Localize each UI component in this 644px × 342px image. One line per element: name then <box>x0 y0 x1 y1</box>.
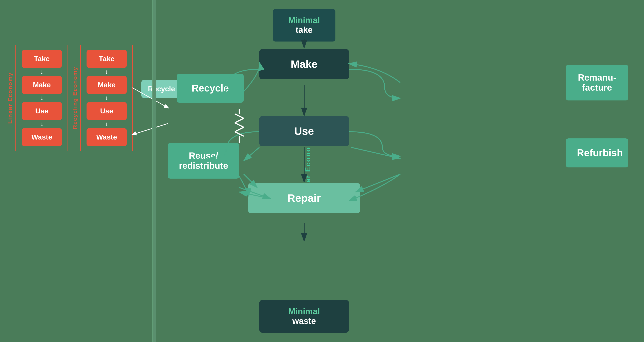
main-container: Linear Economy Take ↓ Make ↓ Use ↓ Waste… <box>0 0 644 342</box>
linear-waste-box: Waste <box>22 128 62 146</box>
svg-line-18 <box>244 147 260 161</box>
recycling-economy-border: Take ↓ Make ↓ Use ↓ Waste Recycle <box>80 45 133 151</box>
recycling-arrow-2: ↓ <box>105 95 108 101</box>
recycling-economy-section: Recycling Economy Take ↓ Make ↓ Use ↓ Wa… <box>72 45 133 151</box>
minimal-waste-box: Minimal waste <box>260 300 349 333</box>
reuse-line2: redistribute <box>177 161 230 171</box>
recycling-waste-box: Waste <box>86 128 127 146</box>
linear-take-box: Take <box>22 50 62 68</box>
svg-line-20 <box>351 147 400 159</box>
linear-arrow-2: ↓ <box>40 95 44 101</box>
recycle-box-circular: Recycle <box>177 74 244 103</box>
recycling-arrow-1: ↓ <box>105 69 108 75</box>
repair-box: Repair <box>248 183 360 213</box>
reuse-redistribute-box: Reuse/ redistribute <box>168 143 239 178</box>
make-box: Make <box>260 49 349 79</box>
minimal-waste-line2: waste <box>292 316 316 326</box>
circular-economy-section: Minimal take Make Use Repair Recycle Reu… <box>163 4 633 337</box>
use-box: Use <box>260 116 349 146</box>
linear-economy-label: Linear Economy <box>7 72 14 124</box>
remanufacture-line1: Remanu- <box>575 73 620 83</box>
linear-economy-section: Linear Economy Take ↓ Make ↓ Use ↓ Waste <box>7 45 68 151</box>
recycling-arrow-3: ↓ <box>105 121 108 127</box>
linear-economy-border: Take ↓ Make ↓ Use ↓ Waste <box>16 45 68 151</box>
svg-line-15 <box>235 127 244 132</box>
svg-line-14 <box>235 123 244 127</box>
svg-line-21 <box>356 174 400 192</box>
svg-line-1 <box>132 124 168 135</box>
svg-line-12 <box>235 114 244 118</box>
linear-make-box: Make <box>22 76 62 94</box>
svg-line-16 <box>235 132 244 136</box>
linear-use-box: Use <box>22 102 62 120</box>
recycling-use-box: Use <box>86 102 127 120</box>
recycling-economy-label: Recycling Economy <box>72 66 78 129</box>
minimal-waste-line1: Minimal <box>270 307 338 316</box>
svg-line-13 <box>235 118 244 123</box>
refurbish-box: Refurbish <box>566 138 628 168</box>
minimal-take-line1: Minimal <box>284 16 324 25</box>
reuse-line1: Reuse/ <box>177 151 230 161</box>
minimal-take-box: Minimal take <box>273 9 336 41</box>
recycling-take-box: Take <box>86 50 127 68</box>
remanufacture-line2: facture <box>575 83 620 93</box>
minimal-take-line2: take <box>296 25 312 35</box>
remanufacture-box: Remanu- facture <box>566 65 628 100</box>
linear-arrow-3: ↓ <box>40 121 44 127</box>
linear-arrow-1: ↓ <box>40 69 44 75</box>
recycling-make-box: Make <box>86 76 127 94</box>
circular-economy-divider: Circular Economy <box>152 0 156 342</box>
